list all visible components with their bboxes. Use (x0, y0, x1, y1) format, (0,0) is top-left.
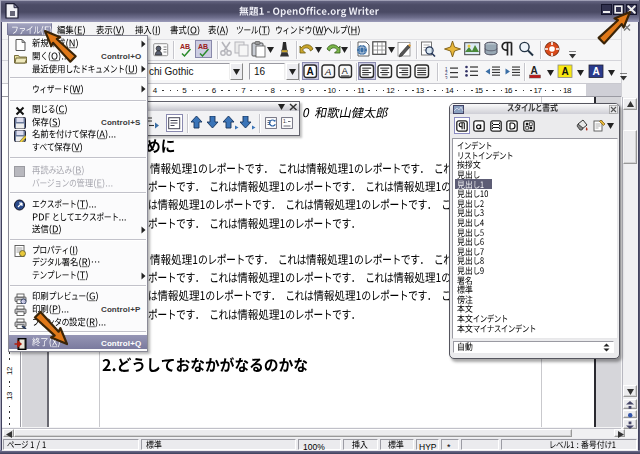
svg-text:AB: AB (180, 43, 190, 50)
svg-text:3: 3 (445, 75, 448, 79)
svg-text:AB: AB (198, 43, 208, 50)
svg-text:A: A (592, 66, 599, 77)
svg-text:A: A (324, 66, 331, 77)
svg-text:A: A (562, 66, 569, 77)
svg-text:A: A (342, 66, 348, 76)
svg-text:A: A (306, 66, 313, 77)
svg-text:A: A (531, 64, 538, 75)
svg-text:1.: 1. (283, 118, 287, 124)
